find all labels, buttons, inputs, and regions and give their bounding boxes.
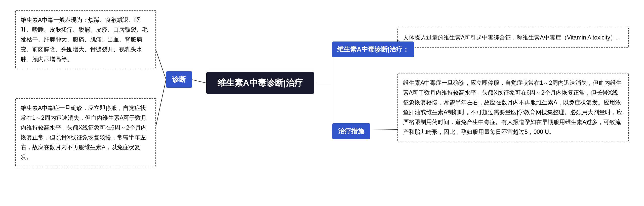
left-top-box-text: 维生素A中毒一般表现为：烦躁、食欲减退、呕吐、嗜睡、皮肤搔痒、脱屑、皮疹、口唇皲… (21, 17, 148, 62)
left-bottom-box-text: 维生素A中毒症一旦确诊，应立即停服，自觉症状常在1～2周内迅速消失，但血内维生素… (21, 105, 147, 160)
right-top-box: 人体摄入过量的维生素A可引起中毒综合征，称维生素A中毒症（Vitamin A t… (397, 28, 629, 48)
right-bottom-label-node: 治疗措施 (332, 123, 370, 139)
left-bottom-box: 维生素A中毒症一旦确诊，应立即停服，自觉症状常在1～2周内迅速消失，但血内维生素… (15, 98, 156, 167)
left-label-node: 诊断 (166, 71, 192, 88)
center-node: 维生素A中毒诊断|治疗 (206, 72, 314, 94)
svg-line-1 (156, 79, 166, 126)
right-top-label-text: 维生素A中毒诊断|治疗： (337, 46, 409, 53)
right-bottom-box-text: 维生素A中毒症一旦确诊，应立即停服，自觉症状常在1～2周内迅速消失，但血内维生素… (403, 79, 622, 135)
right-bottom-box: 维生素A中毒症一旦确诊，应立即停服，自觉症状常在1～2周内迅速消失，但血内维生素… (397, 73, 629, 142)
right-top-box-text: 人体摄入过量的维生素A可引起中毒综合征，称维生素A中毒症（Vitamin A t… (403, 34, 622, 41)
left-top-box: 维生素A中毒一般表现为：烦躁、食欲减退、呕吐、嗜睡、皮肤搔痒、脱屑、皮疹、口唇皲… (15, 10, 156, 69)
svg-line-2 (191, 79, 206, 83)
svg-line-0 (156, 50, 166, 79)
left-label-text: 诊断 (172, 75, 186, 83)
main-canvas: 维生素A中毒诊断|治疗 诊断 维生素A中毒诊断|治疗： 治疗措施 维生素A中毒一… (0, 0, 644, 206)
svg-line-8 (371, 130, 397, 130)
right-bottom-label-text: 治疗措施 (338, 127, 364, 135)
center-node-label: 维生素A中毒诊断|治疗 (217, 78, 303, 88)
right-top-label-node: 维生素A中毒诊断|治疗： (332, 42, 414, 57)
